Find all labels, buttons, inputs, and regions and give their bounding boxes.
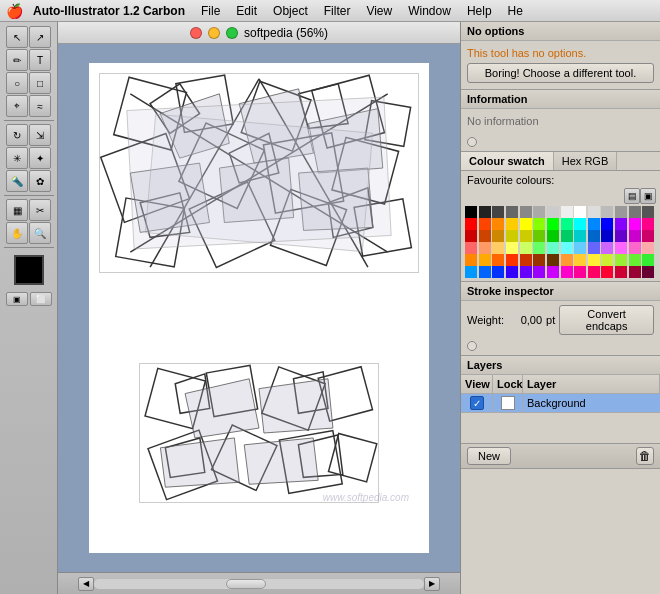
colour-cell[interactable]: [574, 218, 586, 230]
layer-visible-check[interactable]: ✓: [461, 394, 493, 412]
colour-cell[interactable]: [629, 218, 641, 230]
colour-cell[interactable]: [615, 230, 627, 242]
radio-button[interactable]: [467, 137, 477, 147]
colour-cell[interactable]: [465, 206, 477, 218]
colour-cell[interactable]: [520, 242, 532, 254]
colour-cell[interactable]: [574, 230, 586, 242]
colour-cell[interactable]: [588, 206, 600, 218]
colour-cell[interactable]: [492, 206, 504, 218]
colour-cell[interactable]: [533, 206, 545, 218]
colour-cell[interactable]: [547, 254, 559, 266]
menu-edit[interactable]: Edit: [229, 2, 264, 20]
colour-cell[interactable]: [642, 266, 654, 278]
colour-cell[interactable]: [533, 254, 545, 266]
colour-cell[interactable]: [588, 254, 600, 266]
colour-cell[interactable]: [506, 266, 518, 278]
colour-cell[interactable]: [588, 266, 600, 278]
apple-menu[interactable]: 🍎: [4, 3, 24, 19]
colour-cell[interactable]: [629, 230, 641, 242]
colour-cell[interactable]: [588, 242, 600, 254]
eyedrop-tool[interactable]: 🔦: [6, 170, 28, 192]
colour-cell[interactable]: [520, 218, 532, 230]
colour-cell[interactable]: [492, 230, 504, 242]
colour-cell[interactable]: [520, 206, 532, 218]
colour-cell[interactable]: [561, 266, 573, 278]
colour-cell[interactable]: [601, 242, 613, 254]
colour-cell[interactable]: [601, 206, 613, 218]
colour-cell[interactable]: [479, 254, 491, 266]
colour-cell[interactable]: [561, 254, 573, 266]
layers-new-button[interactable]: New: [467, 447, 511, 465]
colour-cell[interactable]: [601, 230, 613, 242]
arrow-tool[interactable]: ↖: [6, 26, 28, 48]
colour-swatch-tab[interactable]: Colour swatch: [461, 152, 554, 170]
colour-cell[interactable]: [465, 254, 477, 266]
lasso-tool[interactable]: ⌖: [6, 95, 28, 117]
color-swatch-toolbar[interactable]: [14, 255, 44, 285]
colour-cell[interactable]: [642, 254, 654, 266]
mode-btn-2[interactable]: ⬜: [30, 292, 52, 306]
scroll-track[interactable]: [94, 579, 424, 589]
colour-cell[interactable]: [479, 218, 491, 230]
colour-cell[interactable]: [547, 230, 559, 242]
horizontal-scrollbar[interactable]: ◀ ▶: [58, 572, 460, 594]
colour-cell[interactable]: [492, 242, 504, 254]
text-tool[interactable]: T: [29, 49, 51, 71]
colour-cell[interactable]: [615, 218, 627, 230]
colour-cell[interactable]: [642, 230, 654, 242]
convert-endcaps-button[interactable]: Convert endcaps: [559, 305, 654, 335]
colour-cell[interactable]: [629, 266, 641, 278]
menu-filter[interactable]: Filter: [317, 2, 358, 20]
scale-tool[interactable]: ⇲: [29, 124, 51, 146]
colour-cell[interactable]: [601, 266, 613, 278]
colour-cell[interactable]: [615, 206, 627, 218]
maximize-button[interactable]: [226, 27, 238, 39]
colour-cell[interactable]: [561, 218, 573, 230]
layer-row[interactable]: ✓ Background: [461, 394, 660, 413]
rotate-tool[interactable]: ↻: [6, 124, 28, 146]
colour-cell[interactable]: [615, 254, 627, 266]
pen-tool[interactable]: ✏: [6, 49, 28, 71]
colour-cell[interactable]: [601, 254, 613, 266]
colour-cell[interactable]: [465, 242, 477, 254]
menu-he[interactable]: He: [501, 2, 530, 20]
colour-cell[interactable]: [574, 266, 586, 278]
menu-file[interactable]: File: [194, 2, 227, 20]
colour-cell[interactable]: [506, 242, 518, 254]
colour-cell[interactable]: [629, 242, 641, 254]
colour-icon-btn-1[interactable]: ▤: [624, 188, 640, 204]
colour-cell[interactable]: [588, 230, 600, 242]
distort-tool[interactable]: ✦: [29, 147, 51, 169]
colour-cell[interactable]: [465, 266, 477, 278]
colour-cell[interactable]: [506, 254, 518, 266]
colour-cell[interactable]: [492, 266, 504, 278]
warp-tool[interactable]: ✳: [6, 147, 28, 169]
colour-cell[interactable]: [547, 266, 559, 278]
colour-cell[interactable]: [465, 230, 477, 242]
colour-cell[interactable]: [615, 266, 627, 278]
colour-cell[interactable]: [465, 218, 477, 230]
close-button[interactable]: [190, 27, 202, 39]
colour-cell[interactable]: [561, 206, 573, 218]
colour-cell[interactable]: [574, 206, 586, 218]
colour-cell[interactable]: [601, 218, 613, 230]
zoom-tool[interactable]: 🔍: [29, 222, 51, 244]
menu-view[interactable]: View: [359, 2, 399, 20]
colour-cell[interactable]: [547, 206, 559, 218]
colour-cell[interactable]: [642, 218, 654, 230]
stroke-radio-button[interactable]: [467, 341, 477, 351]
checkbox-checked[interactable]: ✓: [470, 396, 484, 410]
colour-cell[interactable]: [492, 254, 504, 266]
colour-cell[interactable]: [479, 266, 491, 278]
colour-cell[interactable]: [615, 242, 627, 254]
scroll-right-arrow[interactable]: ▶: [424, 577, 440, 591]
choose-tool-button[interactable]: Boring! Choose a different tool.: [467, 63, 654, 83]
menu-object[interactable]: Object: [266, 2, 315, 20]
scroll-thumb[interactable]: [226, 579, 266, 589]
hand-tool[interactable]: ✋: [6, 222, 28, 244]
app-name[interactable]: Auto-Illustrator 1.2 Carbon: [26, 2, 192, 20]
canvas-content[interactable]: www.softpedia.com: [58, 44, 460, 572]
menu-help[interactable]: Help: [460, 2, 499, 20]
colour-cell[interactable]: [479, 242, 491, 254]
mode-btn-1[interactable]: ▣: [6, 292, 28, 306]
